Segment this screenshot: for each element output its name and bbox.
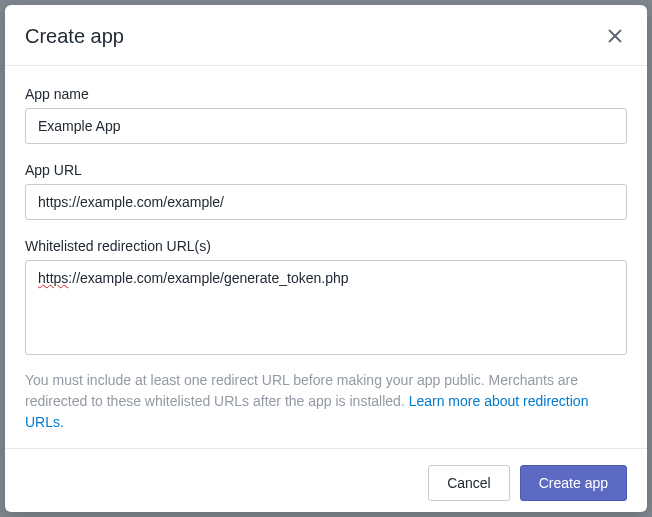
modal-title: Create app (25, 25, 124, 48)
close-icon (607, 28, 623, 44)
app-name-label: App name (25, 86, 627, 102)
whitelisted-url-label: Whitelisted redirection URL(s) (25, 238, 627, 254)
textarea-value-rest: ://example.com/example/generate_token.ph… (68, 270, 348, 286)
help-text: You must include at least one redirect U… (25, 370, 627, 433)
create-app-button[interactable]: Create app (520, 465, 627, 501)
cancel-button[interactable]: Cancel (428, 465, 510, 501)
app-url-group: App URL (25, 162, 627, 220)
whitelisted-url-textarea[interactable]: https://example.com/example/generate_tok… (25, 260, 627, 355)
modal-body: App name App URL Whitelisted redirection… (5, 66, 647, 448)
app-url-input[interactable] (25, 184, 627, 220)
app-url-label: App URL (25, 162, 627, 178)
whitelisted-url-group: Whitelisted redirection URL(s) https://e… (25, 238, 627, 355)
modal-header: Create app (5, 5, 647, 66)
app-name-input[interactable] (25, 108, 627, 144)
close-button[interactable] (603, 24, 627, 48)
create-app-modal: Create app App name App URL Whitelisted … (5, 5, 647, 512)
textarea-value-spell: https (38, 270, 68, 286)
modal-footer: Cancel Create app (5, 448, 647, 517)
app-name-group: App name (25, 86, 627, 144)
